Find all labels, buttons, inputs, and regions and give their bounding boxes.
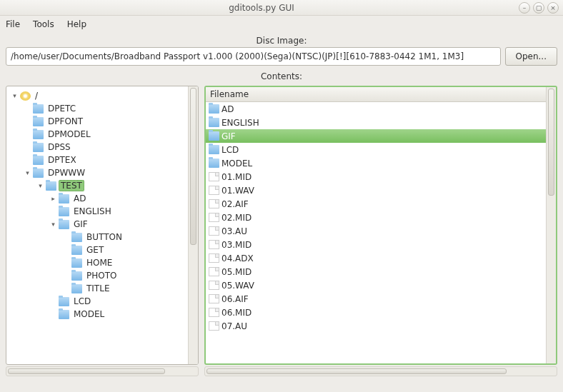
menu-tools[interactable]: Tools xyxy=(33,19,54,29)
list-vscroll[interactable] xyxy=(546,87,556,363)
tree-pane: ▾/DPETCDPFONTDPMODELDPSSDPTEX▾DPWWW▾TEST… xyxy=(6,86,199,365)
list-item[interactable]: 03.AU xyxy=(206,224,546,238)
list-item[interactable]: 04.ADX xyxy=(206,251,546,265)
list-item-label: 01.WAV xyxy=(221,186,254,196)
list-item[interactable]: 02.MID xyxy=(206,211,546,224)
tree-item[interactable]: ▸AD xyxy=(8,192,186,205)
tree-item[interactable]: MODEL xyxy=(8,308,186,321)
titlebar: gditools.py GUI – ▢ × xyxy=(0,0,563,16)
chevron-right-icon[interactable]: ▸ xyxy=(49,195,57,203)
tree-item-label: DPSS xyxy=(46,141,73,153)
list-item-label: AD xyxy=(221,104,234,114)
tree-item-label: BUTTON xyxy=(84,231,124,243)
list-item-label: 02.AIF xyxy=(221,199,249,209)
list-item[interactable]: AD xyxy=(206,102,546,116)
folder-icon xyxy=(209,118,219,127)
tree-item[interactable]: DPMODEL xyxy=(8,128,186,141)
disc-image-label: Disc Image: xyxy=(0,33,563,47)
tree-item-label: GET xyxy=(84,244,106,256)
tree-item-label: AD xyxy=(71,193,88,204)
list-item[interactable]: GIF xyxy=(206,129,546,143)
file-icon xyxy=(209,199,219,208)
contents-label: Contents: xyxy=(0,70,563,83)
disc-icon xyxy=(20,91,31,101)
menu-file[interactable]: File xyxy=(6,19,20,29)
folder-icon xyxy=(33,104,44,114)
close-button[interactable]: × xyxy=(547,2,559,14)
tree-item[interactable]: PHOTO xyxy=(8,269,186,282)
list-header-filename[interactable]: Filename xyxy=(206,87,546,102)
tree-item[interactable]: ▾TEST xyxy=(8,179,186,192)
tree-item[interactable]: DPTEX xyxy=(8,154,186,166)
file-icon xyxy=(209,281,219,290)
list-item[interactable]: 01.MID xyxy=(206,170,546,184)
tree-item[interactable]: LCD xyxy=(8,295,186,308)
tree-hscroll[interactable] xyxy=(6,366,199,376)
list-hscroll[interactable] xyxy=(204,366,557,376)
list-item[interactable]: 01.WAV xyxy=(206,184,546,197)
list-item-label: GIF xyxy=(221,131,236,141)
tree-spacer xyxy=(62,285,70,293)
folder-icon xyxy=(46,181,56,191)
list-item-label: 02.MID xyxy=(221,213,251,223)
tree-item-label: LCD xyxy=(71,296,93,307)
tree-item-label: ENGLISH xyxy=(71,206,114,217)
chevron-down-icon[interactable]: ▾ xyxy=(24,169,31,177)
list-item-label: 06.MID xyxy=(221,308,251,318)
list-item-label: 06.AIF xyxy=(221,294,249,304)
list-item[interactable]: 03.MID xyxy=(206,238,546,251)
open-button[interactable]: Open... xyxy=(505,47,558,66)
chevron-down-icon[interactable]: ▾ xyxy=(49,221,57,228)
list-item-label: LCD xyxy=(221,145,239,155)
list-item[interactable]: 07.AU xyxy=(206,319,546,333)
list-item[interactable]: 06.MID xyxy=(206,306,546,319)
minimize-button[interactable]: – xyxy=(519,2,530,14)
tree-spacer xyxy=(62,259,70,267)
tree-item-label: PHOTO xyxy=(84,270,119,281)
list-item[interactable]: 06.AIF xyxy=(206,292,546,306)
tree-item[interactable]: TITLE xyxy=(8,282,186,295)
list-item-label: 05.WAV xyxy=(221,281,254,291)
tree-item-label: MODEL xyxy=(71,308,106,320)
tree-item[interactable]: GET xyxy=(8,243,186,256)
tree-item[interactable]: ▾DPWWW xyxy=(8,166,186,179)
list-item[interactable]: ENGLISH xyxy=(206,116,546,129)
folder-icon xyxy=(33,156,44,165)
tree-vscroll[interactable] xyxy=(188,86,198,364)
tree-item[interactable]: BUTTON xyxy=(8,231,186,243)
tree-item[interactable]: ▾GIF xyxy=(8,218,186,231)
chevron-down-icon[interactable]: ▾ xyxy=(36,182,44,190)
tree-item[interactable]: DPETC xyxy=(8,102,186,115)
folder-icon xyxy=(59,310,69,319)
tree-spacer xyxy=(24,105,31,113)
tree-body[interactable]: ▾/DPETCDPFONTDPMODELDPSSDPTEX▾DPWWW▾TEST… xyxy=(6,86,188,364)
file-icon xyxy=(209,213,219,222)
tree-item[interactable]: DPFONT xyxy=(8,115,186,128)
maximize-button[interactable]: ▢ xyxy=(533,2,544,14)
file-icon xyxy=(209,321,219,331)
list-item[interactable]: 05.MID xyxy=(206,265,546,278)
tree-item-label: / xyxy=(33,90,40,101)
file-icon xyxy=(209,226,219,236)
list-item[interactable]: MODEL xyxy=(206,156,546,170)
tree-item[interactable]: ENGLISH xyxy=(8,205,186,218)
menubar: File Tools Help xyxy=(0,16,563,33)
tree-item[interactable]: DPSS xyxy=(8,141,186,154)
chevron-down-icon[interactable]: ▾ xyxy=(11,92,19,100)
list-item[interactable]: LCD xyxy=(206,143,546,156)
window-title: gditools.py GUI xyxy=(4,3,519,13)
disc-path-input[interactable] xyxy=(6,47,501,66)
list-item[interactable]: 05.WAV xyxy=(206,278,546,292)
tree-item-label: DPETC xyxy=(46,103,78,114)
file-icon xyxy=(209,240,219,249)
list-pane: Filename ADENGLISHGIFLCDMODEL01.MID01.WA… xyxy=(204,86,557,365)
list-body[interactable]: Filename ADENGLISHGIFLCDMODEL01.MID01.WA… xyxy=(206,87,546,363)
tree-item[interactable]: HOME xyxy=(8,256,186,269)
list-item[interactable]: 02.AIF xyxy=(206,197,546,211)
tree-spacer xyxy=(49,311,57,318)
list-item-label: 03.AU xyxy=(221,226,247,236)
list-item-label: 01.MID xyxy=(221,172,251,182)
folder-icon xyxy=(71,258,82,268)
tree-item[interactable]: ▾/ xyxy=(8,89,186,102)
menu-help[interactable]: Help xyxy=(67,19,86,29)
